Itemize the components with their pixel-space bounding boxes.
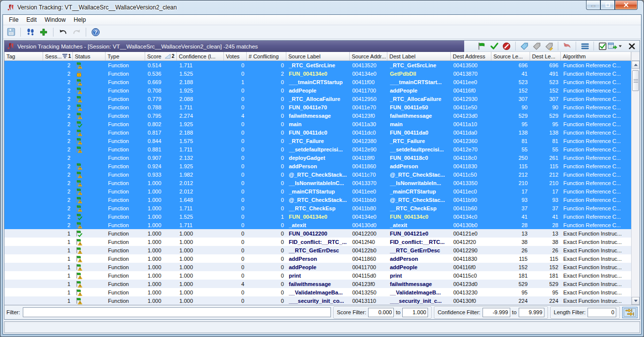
cell-score: 0.844: [145, 137, 177, 145]
match-row[interactable]: 2Function0.8021.92500main00411a30main004…: [4, 120, 631, 128]
match-row[interactable]: 1Function1.0001.00000print004115d0print0…: [4, 271, 631, 280]
apply-markup-button[interactable]: [609, 41, 621, 51]
column-header-status[interactable]: Status: [73, 52, 106, 60]
select-checkbox-button[interactable]: [597, 41, 608, 51]
match-row[interactable]: 2Function1.0001.71100_atexit004130d0_ate…: [4, 221, 631, 229]
length-input[interactable]: [588, 308, 616, 317]
match-row[interactable]: 2Function0.8441.57500_RTC_Failure0041238…: [4, 137, 631, 145]
minimize-button[interactable]: [586, 0, 600, 10]
save-button[interactable]: [5, 26, 17, 38]
match-row[interactable]: 2Function0.7952.27440failwithmessage0041…: [4, 111, 631, 120]
cell-status: [73, 204, 106, 212]
match-row[interactable]: 1Function1.0001.00000___security_init_co…: [4, 296, 631, 305]
undo-button[interactable]: [57, 26, 69, 38]
match-row[interactable]: 1Function1.0001.00000FID_conflict:__RTC_…: [4, 238, 631, 246]
column-header-votes[interactable]: Votes: [224, 52, 247, 60]
filter-input[interactable]: [23, 307, 331, 317]
column-header-dest_length[interactable]: Dest Le...: [530, 52, 561, 60]
redo-button[interactable]: [70, 26, 82, 38]
match-row[interactable]: 2Function1.0001.64800@_RTC_CheckStack...…: [4, 195, 631, 204]
confidence-to-input[interactable]: [519, 308, 544, 317]
match-row[interactable]: 2Function0.9331.98200@_RTC_CheckStack...…: [4, 170, 631, 179]
column-header-session[interactable]: Sess...1: [43, 52, 73, 60]
tag-edit-button[interactable]: [543, 41, 555, 51]
tag-gray-button[interactable]: [531, 41, 542, 51]
cell-type: Function: [106, 280, 145, 288]
column-header-source_label[interactable]: Source Label: [286, 52, 350, 60]
accept-button[interactable]: [488, 41, 500, 51]
cell-source_address: 00411e70: [350, 103, 387, 111]
column-header-dest_label[interactable]: Dest Label: [387, 52, 451, 60]
add-button[interactable]: [38, 26, 50, 38]
confidence-from-input[interactable]: [483, 308, 510, 317]
column-header-tag[interactable]: Tag: [4, 52, 43, 60]
match-row[interactable]: 2Function0.5361.52502FUN_004134e0004134e…: [4, 69, 631, 78]
cell-dest_label: _RTC_Failure: [387, 137, 451, 145]
scrollbar-up-button[interactable]: [632, 61, 640, 69]
match-row[interactable]: 2Function1.0001.52501FUN_004134e0004134e…: [4, 212, 631, 221]
match-row[interactable]: 2Function0.7081.92500addPeople00411700ad…: [4, 86, 631, 95]
title-bar[interactable]: Version Tracking: VT__WallaceSrc__Wallac…: [2, 0, 642, 14]
match-row[interactable]: 2Function0.5141.71100_RTC_GetSrcLine0041…: [4, 61, 631, 69]
maximize-button[interactable]: [600, 0, 615, 10]
column-header-conflicting[interactable]: # Conflicting: [247, 52, 286, 60]
match-row[interactable]: 1Function1.0001.00000__RTC_GetErrDesc004…: [4, 246, 631, 254]
scrollbar-track[interactable]: [632, 69, 640, 297]
column-label-dest_length: Dest Le...: [532, 53, 555, 59]
cell-status: [73, 86, 106, 95]
match-row[interactable]: 1Function1.0001.00040failwithmessage0041…: [4, 280, 631, 288]
match-row[interactable]: 1Function1.0001.00000FUN_004122000041220…: [4, 229, 631, 238]
match-row[interactable]: 2Function0.9072.13200deployGadget004118f…: [4, 153, 631, 162]
block-button[interactable]: [501, 41, 512, 51]
match-row[interactable]: 1Function1.0001.00000addPerson00411860ad…: [4, 254, 631, 263]
vertical-scrollbar[interactable]: [631, 52, 640, 305]
column-header-dest_address[interactable]: Dest Address: [451, 52, 491, 60]
match-row[interactable]: 2Function0.6692.18810___tmainCRTStartup0…: [4, 78, 631, 86]
match-row[interactable]: 2Function1.0002.01200_mainCRTStartup0041…: [4, 187, 631, 195]
score-from-input[interactable]: [368, 308, 394, 317]
column-header-source_length[interactable]: Source Le...: [491, 52, 530, 60]
menu-file[interactable]: File: [5, 15, 22, 24]
match-row[interactable]: 2Function0.8811.71100__setdefaultprecisi…: [4, 145, 631, 153]
cell-tag: [4, 229, 43, 238]
column-header-score[interactable]: Score2: [145, 52, 177, 60]
flag-warning-icon: [76, 180, 82, 187]
panel-title-bar[interactable]: Version Tracking Matches - [Session: VT_…: [4, 41, 464, 52]
column-header-algorithm[interactable]: Algorithm: [561, 52, 631, 60]
cell-algorithm: Function Reference C...: [561, 212, 631, 221]
flag-button[interactable]: [476, 41, 487, 51]
cell-source_length: 152: [491, 263, 530, 271]
column-header-source_address[interactable]: Source Addr...: [350, 52, 387, 60]
scrollbar-down-button[interactable]: [632, 297, 640, 305]
cell-conflicting: 0: [247, 195, 286, 204]
cell-source_length: 138: [491, 128, 530, 137]
menu-button[interactable]: [579, 41, 590, 51]
menu-help[interactable]: Help: [70, 15, 90, 24]
score-to-input[interactable]: [402, 308, 428, 317]
cell-session: 2: [43, 162, 73, 170]
cell-conflicting: 0: [247, 263, 286, 271]
tag-blue-button[interactable]: [519, 41, 530, 51]
undo-red-button[interactable]: [561, 41, 573, 51]
match-row[interactable]: 1Function1.0001.00000__ValidateImageBa..…: [4, 288, 631, 296]
match-row[interactable]: 2Function1.0001.71100__RTC_CheckEsp00411…: [4, 204, 631, 212]
column-header-confidence[interactable]: Confidence (l...: [177, 52, 224, 60]
close-panel-button[interactable]: [626, 41, 637, 51]
ghidra-icon: [7, 4, 14, 11]
match-row[interactable]: 2Function0.7792.08800_RTC_AllocaFailure0…: [4, 95, 631, 103]
apply-filter-button[interactable]: [622, 307, 638, 318]
match-row[interactable]: 2Function0.7881.71100FUN_00411e7000411e7…: [4, 103, 631, 111]
footprints-button[interactable]: [24, 26, 36, 38]
menu-window[interactable]: Window: [41, 15, 70, 24]
column-header-type[interactable]: Type: [106, 52, 145, 60]
help-button[interactable]: ?: [90, 26, 102, 38]
cell-score: 0.817: [145, 128, 177, 137]
match-row[interactable]: 2Function1.0002.01200__IsNonwritableInC.…: [4, 179, 631, 187]
match-row[interactable]: 1Function1.0001.00000addPeople00411700ad…: [4, 263, 631, 271]
cell-confidence: 1.711: [177, 204, 224, 212]
match-row[interactable]: 2Function0.8172.18800FUN_00411dc000411dc…: [4, 128, 631, 137]
scrollbar-thumb[interactable]: [632, 70, 639, 91]
match-row[interactable]: 2Function0.9241.92500addPerson00411860ad…: [4, 162, 631, 170]
menu-edit[interactable]: Edit: [22, 15, 41, 24]
close-button[interactable]: [615, 0, 638, 10]
